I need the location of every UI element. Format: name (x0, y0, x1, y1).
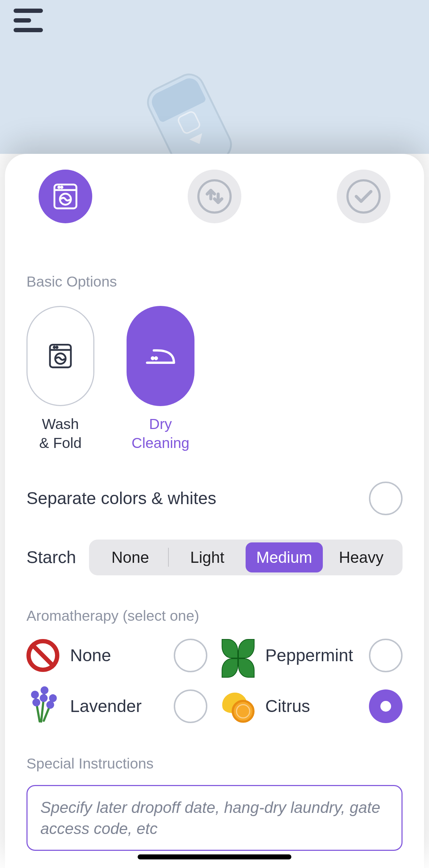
step-confirm[interactable] (337, 170, 390, 223)
aroma-peppermint-radio[interactable] (369, 639, 403, 672)
aroma-label-text: Peppermint (265, 645, 358, 665)
aroma-label-text: Citrus (265, 696, 358, 716)
washer-icon (46, 342, 74, 370)
svg-point-11 (155, 357, 157, 359)
aroma-lavender[interactable]: Lavender (26, 689, 207, 723)
svg-point-4 (61, 186, 63, 188)
check-icon (349, 182, 378, 211)
starch-segmented: None Light Medium Heavy (89, 540, 403, 575)
option-wash-fold[interactable]: Wash & Fold (26, 306, 94, 453)
svg-point-9 (56, 347, 58, 348)
starch-label: Starch (26, 547, 76, 567)
aroma-peppermint[interactable]: Peppermint (222, 639, 403, 672)
starch-heavy[interactable]: Heavy (323, 542, 400, 572)
aroma-none[interactable]: None (26, 639, 207, 672)
option-dry-cleaning[interactable]: Dry Cleaning (127, 306, 194, 453)
separate-colors-row: Separate colors & whites (26, 482, 403, 515)
iron-icon (143, 345, 178, 367)
svg-point-3 (58, 186, 60, 188)
home-indicator (138, 854, 291, 859)
aroma-lavender-radio[interactable] (174, 689, 207, 723)
svg-point-8 (54, 347, 55, 348)
delivery-vehicle-graphic (142, 68, 237, 154)
mint-icon (222, 639, 255, 672)
step-transfer[interactable] (188, 170, 241, 223)
starch-none[interactable]: None (92, 542, 169, 572)
aroma-label-text: Lavender (70, 696, 163, 716)
option-label: Dry Cleaning (132, 415, 189, 453)
step-service[interactable] (39, 170, 92, 223)
options-sheet: Basic Options Wash & Fold (5, 154, 424, 868)
menu-button[interactable] (14, 9, 43, 32)
transfer-icon (200, 182, 229, 211)
hero-background (0, 0, 429, 154)
aroma-citrus[interactable]: Citrus (222, 689, 403, 723)
aroma-citrus-radio[interactable] (369, 689, 403, 723)
aroma-label: Aromatherapy (select one) (26, 608, 403, 624)
special-instructions-input[interactable] (26, 785, 403, 851)
starch-row: Starch None Light Medium Heavy (26, 540, 403, 575)
aroma-label-text: None (70, 645, 163, 665)
separate-colors-radio[interactable] (369, 482, 403, 515)
option-label: Wash & Fold (39, 415, 82, 453)
washer-icon (51, 182, 80, 211)
aroma-grid: None Peppermint Lavender (26, 639, 403, 723)
starch-light[interactable]: Light (169, 542, 246, 572)
separate-colors-label: Separate colors & whites (26, 488, 216, 508)
svg-point-10 (152, 357, 154, 359)
aroma-none-radio[interactable] (174, 639, 207, 672)
progress-steps (14, 170, 415, 223)
special-instructions-label: Special Instructions (26, 755, 403, 772)
starch-medium[interactable]: Medium (246, 542, 322, 572)
lavender-icon (26, 690, 59, 723)
basic-options-row: Wash & Fold Dry Cleaning (26, 306, 403, 453)
prohibit-icon (26, 639, 59, 672)
citrus-icon (222, 690, 255, 723)
basic-options-label: Basic Options (26, 273, 403, 290)
